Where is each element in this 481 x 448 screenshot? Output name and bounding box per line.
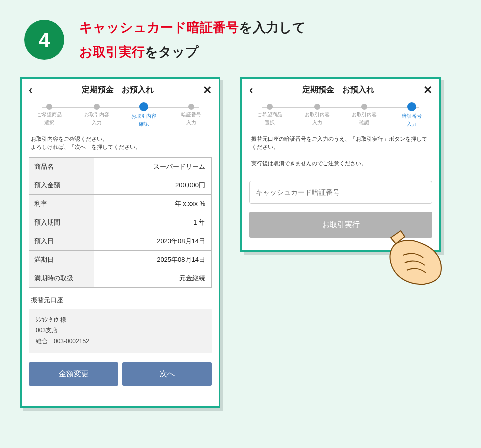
table-row: 利率年 x.xxx % (29, 195, 211, 213)
text-segment: をタップ (145, 44, 199, 59)
pin-input[interactable] (249, 181, 432, 204)
progress-steps: ご希望商品選択 お取引内容入力 お取引内容確認 暗証番号入力 (242, 100, 439, 133)
instruction-text: キャッシュカード暗証番号を入力して お取引実行をタップ (79, 15, 306, 65)
helper-text: お取引内容をご確認ください。 よろしければ、「次へ」を押してください。 (22, 133, 219, 155)
highlight-pin: キャッシュカード暗証番号 (79, 20, 239, 35)
titlebar: ‹ 定期預金 お預入れ ✕ (22, 79, 219, 100)
step-node: 暗証番号入力 (174, 104, 209, 126)
back-icon[interactable]: ‹ (29, 84, 32, 97)
step-node-active: お取引内容確認 (126, 104, 161, 128)
account-number: 総合 003-0002152 (36, 336, 205, 347)
close-icon[interactable]: ✕ (423, 84, 432, 97)
table-row: 預入金額200,000円 (29, 176, 211, 195)
table-row: 預入日2023年08月14日 (29, 232, 211, 251)
account-box: ｼﾝｷﾝ ﾀﾛｳ 様 003支店 総合 003-0002152 (29, 309, 212, 353)
titlebar: ‹ 定期預金 お預入れ ✕ (242, 79, 439, 100)
step-number-badge: 4 (24, 20, 64, 60)
highlight-exec: お取引実行 (79, 44, 145, 59)
step-node: お取引内容入力 (79, 104, 114, 126)
transfer-account-label: 振替元口座 (22, 293, 219, 308)
screen-pin-entry: ‹ 定期預金 お預入れ ✕ ご希望商品選択 お取引内容入力 お取引内容確認 暗証… (241, 77, 441, 252)
screen-title: 定期預金 お預入れ (82, 85, 154, 95)
close-icon[interactable]: ✕ (203, 84, 212, 97)
account-name: ｼﾝｷﾝ ﾀﾛｳ 様 (36, 315, 205, 326)
table-row: 満期日2025年08月14日 (29, 251, 211, 269)
table-row: 満期時の取扱元金継続 (29, 269, 211, 287)
screen-title: 定期預金 お預入れ (302, 85, 374, 95)
step-node-active: 暗証番号入力 (394, 104, 429, 128)
step-node: ご希望商品選択 (32, 104, 67, 126)
details-table: 商品名スーパードリーム 預入金額200,000円 利率年 x.xxx % 預入期… (29, 157, 212, 288)
back-icon[interactable]: ‹ (249, 84, 253, 97)
next-button[interactable]: 次へ (122, 362, 212, 386)
text-segment: を入力して (239, 20, 306, 35)
step-node: お取引内容入力 (300, 104, 335, 126)
account-branch: 003支店 (36, 325, 205, 336)
step-node: お取引内容確認 (347, 104, 382, 126)
table-row: 商品名スーパードリーム (29, 158, 211, 176)
table-row: 預入期間1 年 (29, 213, 211, 232)
helper-text: 振替元口座の暗証番号をご入力のうえ、「お取引実行」ボタンを押してください。 実行… (242, 133, 439, 172)
execute-button[interactable]: お取引実行 (249, 212, 432, 238)
instruction-header: 4 キャッシュカード暗証番号を入力して お取引実行をタップ (20, 15, 461, 65)
progress-steps: ご希望商品選択 お取引内容入力 お取引内容確認 暗証番号入力 (22, 100, 219, 133)
step-node: ご希望商品選択 (252, 104, 287, 126)
change-amount-button[interactable]: 金額変更 (29, 362, 118, 386)
screen-confirm: ‹ 定期預金 お預入れ ✕ ご希望商品選択 お取引内容入力 お取引内容確認 暗証… (20, 77, 220, 408)
